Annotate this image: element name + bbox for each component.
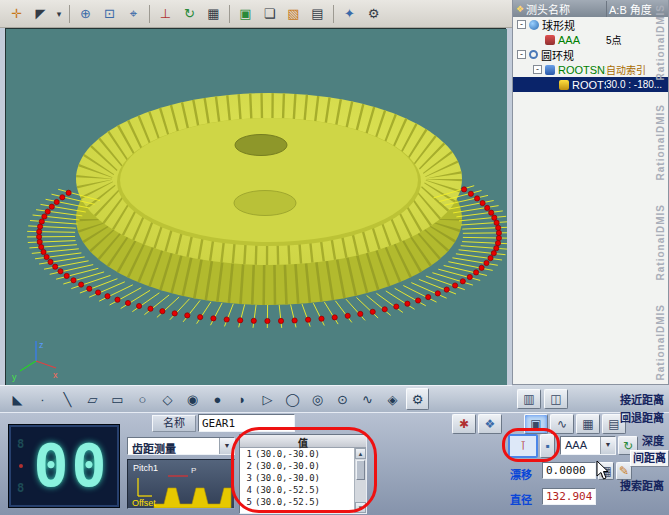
spacing-distance-button[interactable]: 间距离 — [630, 450, 669, 467]
tree-item-label: AAA — [558, 34, 580, 46]
list-item[interactable]: 1(30.0,-30.0) — [240, 448, 354, 460]
list-item[interactable]: 4(30.0,-52.5) — [240, 484, 354, 496]
tree-item-rootsn1[interactable]: - ROOTSN1 自动索引 — [513, 62, 668, 77]
screen-capture-button[interactable]: ▣ — [234, 3, 257, 25]
rotate-view-button[interactable]: ↻ — [178, 3, 201, 25]
tree-item-label: ROOTSN1 — [558, 64, 606, 76]
model-view-button[interactable]: ▧ — [282, 3, 305, 25]
gear-hole — [235, 135, 287, 156]
collapse-icon[interactable]: - — [517, 50, 526, 59]
approach-distance-button[interactable]: 接近距离 — [592, 391, 664, 407]
ring-feature-button[interactable]: ⊙ — [331, 388, 354, 410]
search-distance-button[interactable]: 搜索距离 — [592, 477, 664, 493]
chevron-down-icon: ▾ — [57, 9, 62, 19]
select-feature-icon: ◣ — [13, 392, 23, 407]
scroll-down-icon[interactable]: ▼ — [355, 502, 366, 513]
tree-item-aaa[interactable]: AAA 5点 — [513, 32, 668, 47]
probe-tool-button[interactable]: ✦ — [338, 3, 361, 25]
probe-vector-button[interactable]: ❖ — [478, 414, 502, 434]
toolbar-separator — [149, 5, 150, 23]
diamond-feature-button[interactable]: ◇ — [156, 388, 179, 410]
clipboard-button[interactable]: ▤ — [306, 3, 329, 25]
probe-rack-button[interactable]: ▥ — [517, 389, 541, 409]
line-feature-button[interactable]: ╲ — [56, 388, 79, 410]
probe-icon — [545, 35, 555, 45]
cylinder-feature-button[interactable]: ◯ — [281, 388, 304, 410]
tree-item-value: 自动索引 — [606, 62, 668, 77]
arc-feature-button[interactable]: ◗ — [231, 388, 254, 410]
measure-mode-dropdown[interactable]: 齿距测量 ▼ — [127, 437, 235, 455]
curve-feature-button[interactable]: ∿ — [356, 388, 379, 410]
tree-header-name: 测头名称 — [526, 1, 570, 17]
probe-sub-icon: ▪ — [545, 439, 549, 453]
axis-z-label: z — [39, 340, 44, 350]
collapse-icon[interactable]: - — [533, 65, 542, 74]
monitor-view-button[interactable]: ▣ — [524, 414, 548, 434]
coordinate-system-button[interactable]: ⊥ — [154, 3, 177, 25]
cone-feature-button[interactable]: ▷ — [256, 388, 279, 410]
feature-name-input[interactable] — [198, 414, 295, 432]
list-item[interactable]: 3(30.0,-30.0) — [240, 472, 354, 484]
surface-feature-button[interactable]: ◈ — [381, 388, 404, 410]
print-button[interactable]: ❏ — [258, 3, 281, 25]
scrollbar[interactable]: ▲ ▼ — [354, 448, 366, 513]
fit-view-button[interactable]: ⌖ — [122, 3, 145, 25]
plane-feature-button[interactable]: ▱ — [81, 388, 104, 410]
tree-item-roots-angle[interactable]: ROOTS... 30.0 : -180... — [513, 77, 668, 92]
circle-feature-icon: ○ — [139, 392, 147, 407]
gear-teeth-profile — [154, 488, 231, 508]
probe-icon: ✦ — [344, 6, 355, 21]
main-toolbar: ✛ ◤ ▾ ⊕ ⊡ ⌖ ⊥ ↻ ▦ ▣ ❏ ▧ ▤ ✦ ⚙ — [0, 0, 512, 28]
graph-view-button[interactable]: ∿ — [550, 414, 574, 434]
ring-gauge-icon — [529, 50, 538, 59]
list-item[interactable]: 2(30.0,-30.0) — [240, 460, 354, 472]
probe-config-button[interactable]: ⚙ — [362, 3, 385, 25]
sensor-view-button[interactable]: ◫ — [544, 389, 568, 409]
select-cursor-button[interactable]: ◤ — [29, 3, 52, 25]
circle-feature-button[interactable]: ○ — [131, 388, 154, 410]
probe-sub-button[interactable]: ▪ — [540, 434, 555, 458]
point-feature-icon: ∙ — [41, 392, 45, 407]
oval-feature-button[interactable]: ◉ — [181, 388, 204, 410]
probe-position-icon: ✱ — [459, 417, 469, 431]
gear-feature-button[interactable]: ⚙ — [406, 388, 429, 410]
tree-item-sphere-gauge[interactable]: - 球形规 — [513, 17, 668, 32]
tree-item-ring-gauge[interactable]: - 圆环规 — [513, 47, 668, 62]
3d-viewport[interactable]: z x y — [5, 28, 506, 385]
cone-feature-icon: ▷ — [263, 392, 273, 407]
render-mode-icon: ▦ — [207, 6, 219, 21]
probe-vector-icon: ❖ — [485, 417, 496, 431]
render-mode-button[interactable]: ▦ — [202, 3, 225, 25]
rotate-view-icon: ↻ — [184, 6, 195, 21]
screen-capture-icon: ▣ — [239, 6, 251, 21]
select-feature-button[interactable]: ◣ — [6, 388, 29, 410]
torus-feature-button[interactable]: ◎ — [306, 388, 329, 410]
sphere-feature-button[interactable]: ● — [206, 388, 229, 410]
tree-item-label: ROOTS... — [572, 79, 606, 91]
point-feature-button[interactable]: ∙ — [31, 388, 54, 410]
pan-tool-icon: ✛ — [11, 6, 22, 21]
collapse-icon[interactable]: - — [517, 20, 526, 29]
scroll-up-icon[interactable]: ▲ — [355, 448, 366, 459]
pitch-title: Pitch1 — [133, 463, 158, 473]
gear-model — [76, 93, 462, 305]
drift-input[interactable] — [542, 462, 596, 479]
offset-label: Offset — [132, 498, 156, 508]
probe-position-button[interactable]: ✱ — [452, 414, 476, 434]
sensor-view-icon: ◫ — [550, 392, 561, 406]
rectangle-feature-button[interactable]: ▭ — [106, 388, 129, 410]
led-count-value: 00 — [28, 432, 115, 500]
list-item[interactable]: 5(30.0,-52.5) — [240, 496, 354, 508]
cursor-menu-button[interactable]: ▾ — [53, 3, 65, 25]
retract-distance-button[interactable]: 回退距离 — [592, 409, 664, 425]
zoom-window-button[interactable]: ⊡ — [98, 3, 121, 25]
probe-rack-icon: ▥ — [523, 392, 534, 406]
depth-button[interactable]: 深度 — [592, 432, 664, 448]
diameter-input[interactable] — [542, 488, 596, 505]
probe-tree-panel: ❖ 测头名称 A:B 角度 - 球形规 AAA 5点 - 圆环规 — [512, 0, 669, 385]
scrollbar-thumb[interactable] — [356, 460, 365, 480]
chevron-down-icon[interactable]: ▼ — [219, 438, 234, 454]
zoom-in-button[interactable]: ⊕ — [74, 3, 97, 25]
pan-tool-button[interactable]: ✛ — [5, 3, 28, 25]
probe-mode-button[interactable]: ⊺ — [508, 434, 538, 458]
